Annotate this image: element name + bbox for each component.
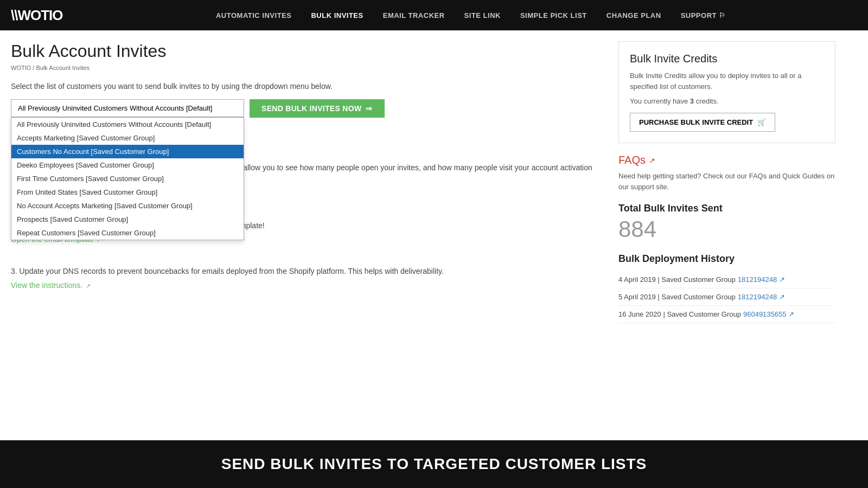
history-title: Bulk Deployment History — [618, 253, 835, 265]
nav-support[interactable]: SUPPORT ⚐ — [671, 0, 736, 30]
credits-suffix: credits. — [696, 97, 719, 105]
send-bulk-label: SEND BULK INVITES NOW — [261, 104, 361, 113]
dropdown-option-2[interactable]: Customers No Account [Saved Customer Gro… — [11, 145, 244, 158]
step3-link[interactable]: View the instructions. ↗ — [11, 281, 91, 290]
nav-links: AUTOMATIC INVITES BULK INVITES EMAIL TRA… — [85, 0, 857, 30]
credits-count: 3 — [690, 97, 694, 105]
step3-external-icon: ↗ — [86, 282, 91, 290]
total-section: Total Bulk Invites Sent 884 — [618, 203, 835, 242]
history-date-2: 16 June 2020 | Saved Customer Group — [618, 310, 741, 318]
nav-change-plan[interactable]: CHANGE PLAN — [597, 0, 671, 30]
history-ext-icon-0: ↗ — [779, 275, 785, 284]
faqs-title: FAQs ↗ — [618, 154, 835, 166]
faqs-section: FAQs ↗ Need help getting started? Check … — [618, 154, 835, 192]
history-ext-icon-1: ↗ — [779, 293, 785, 301]
total-invites-title: Total Bulk Invites Sent — [618, 203, 835, 214]
dropdown-option-6[interactable]: No Account Accepts Marketing [Saved Cust… — [11, 199, 244, 213]
faqs-link[interactable]: FAQs — [618, 154, 646, 166]
nav-automatic-invites[interactable]: AUTOMATIC INVITES — [206, 0, 301, 30]
step3-section: 3. Update your DNS records to prevent bo… — [11, 260, 602, 289]
breadcrumb-current: Bulk Account Invites — [36, 65, 89, 71]
step3-link-label: View the instructions. — [11, 281, 82, 290]
customer-list-dropdown[interactable]: All Previously Uninvited Customers Witho… — [11, 99, 244, 117]
dropdown-option-7[interactable]: Prospects [Saved Customer Group] — [11, 213, 244, 226]
navbar: \\WOTIO AUTOMATIC INVITES BULK INVITES E… — [0, 0, 868, 30]
history-section: Bulk Deployment History 4 April 2019 | S… — [618, 253, 835, 323]
send-bulk-invites-button[interactable]: SEND BULK INVITES NOW ⇒ — [250, 99, 385, 118]
history-item-1: 5 April 2019 | Saved Customer Group 1812… — [618, 288, 835, 306]
faqs-external-icon: ↗ — [649, 156, 655, 165]
history-item-0: 4 April 2019 | Saved Customer Group 1812… — [618, 271, 835, 288]
credits-card: Bulk Invite Credits Bulk Invite Credits … — [618, 41, 835, 143]
history-ext-icon-2: ↗ — [788, 310, 794, 318]
credits-desc: Bulk Invite Credits allow you to deploy … — [630, 70, 824, 92]
cart-icon: 🛒 — [757, 118, 766, 126]
total-invites-count: 884 — [618, 216, 835, 242]
dropdown-option-8[interactable]: Repeat Customers [Saved Customer Group] — [11, 226, 244, 240]
dropdown-option-4[interactable]: First Time Customers [Saved Customer Gro… — [11, 172, 244, 185]
dropdown-row: All Previously Uninvited Customers Witho… — [11, 99, 602, 118]
faqs-text: Need help getting started? Check out our… — [618, 171, 835, 192]
dropdown-option-3[interactable]: Deeko Employees [Saved Customer Group] — [11, 158, 244, 172]
dropdown-open-list: All Previously Uninvited Customers Witho… — [11, 117, 244, 240]
nav-bulk-invites[interactable]: BULK INVITES — [301, 0, 373, 30]
history-date-0: 4 April 2019 | Saved Customer Group — [618, 275, 736, 284]
history-link-0[interactable]: 1812194248 ↗ — [738, 275, 785, 284]
purchase-credit-button[interactable]: PURCHASE BULK INVITE CREDIT 🛒 — [630, 113, 775, 132]
logo[interactable]: \\WOTIO — [11, 7, 63, 24]
page-title: Bulk Account Invites — [11, 41, 602, 61]
right-panel: Bulk Invite Credits Bulk Invite Credits … — [618, 41, 835, 323]
dropdown-wrapper: All Previously Uninvited Customers Witho… — [11, 99, 244, 117]
credits-title: Bulk Invite Credits — [630, 53, 824, 65]
dropdown-option-5[interactable]: From United States [Saved Customer Group… — [11, 185, 244, 199]
send-icon: ⇒ — [366, 104, 372, 113]
history-link-1[interactable]: 1812194248 ↗ — [738, 293, 785, 301]
main-container: Bulk Account Invites WOTIO / Bulk Accoun… — [0, 30, 846, 334]
breadcrumb: WOTIO / Bulk Account Invites — [11, 65, 602, 71]
credits-text: You currently have — [630, 97, 688, 105]
dropdown-option-1[interactable]: Accepts Marketing [Saved Customer Group] — [11, 131, 244, 145]
dropdown-option-0[interactable]: All Previously Uninvited Customers Witho… — [11, 118, 244, 131]
credits-line: You currently have 3 credits. — [630, 97, 824, 105]
breadcrumb-home[interactable]: WOTIO — [11, 65, 31, 71]
history-item-2: 16 June 2020 | Saved Customer Group 9604… — [618, 306, 835, 323]
purchase-credit-label: PURCHASE BULK INVITE CREDIT — [639, 118, 753, 126]
nav-site-link[interactable]: SITE LINK — [455, 0, 510, 30]
nav-simple-pick-list[interactable]: SIMPLE PICK LIST — [510, 0, 597, 30]
history-date-1: 5 April 2019 | Saved Customer Group — [618, 293, 736, 301]
nav-email-tracker[interactable]: EMAIL TRACKER — [373, 0, 455, 30]
history-link-2[interactable]: 96049135655 ↗ — [743, 310, 794, 318]
page-description: Select the list of customers you want to… — [11, 82, 602, 91]
left-panel: Bulk Account Invites WOTIO / Bulk Accoun… — [11, 41, 602, 323]
step3-text: 3. Update your DNS records to prevent bo… — [11, 265, 602, 277]
